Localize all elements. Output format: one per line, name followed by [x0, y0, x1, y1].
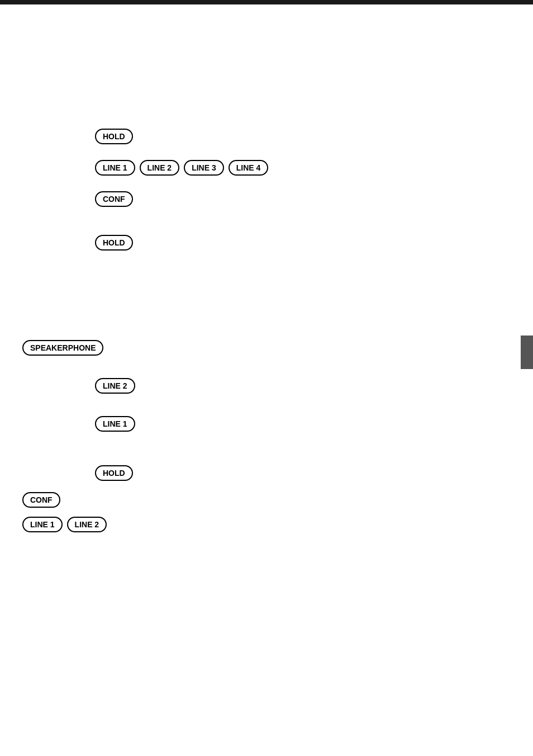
line2-button-2[interactable]: LINE 2 [95, 378, 135, 394]
line1-button-2[interactable]: LINE 1 [95, 416, 135, 432]
line4-button-1[interactable]: LINE 4 [229, 160, 269, 176]
conf-button-1[interactable]: CONF [95, 191, 133, 207]
line3-button-1[interactable]: LINE 3 [184, 160, 224, 176]
conf-button-2[interactable]: CONF [22, 492, 60, 508]
speakerphone-button[interactable]: SPEAKERPHONE [22, 340, 103, 356]
line-buttons-row: LINE 1 LINE 2 LINE 3 LINE 4 [22, 160, 511, 176]
speakerphone-row: SPEAKERPHONE [22, 340, 511, 356]
hold-row-2: HOLD [22, 235, 511, 251]
line2-row-2: LINE 2 [22, 378, 511, 394]
conf-row-2: CONF [22, 492, 511, 508]
line1-row-2: LINE 1 [22, 416, 511, 432]
conf-row-1: CONF [22, 191, 511, 207]
line12-row: LINE 1 LINE 2 [22, 517, 511, 532]
line1-button-1[interactable]: LINE 1 [95, 160, 135, 176]
line1-button-3[interactable]: LINE 1 [22, 517, 63, 532]
line2-button-3[interactable]: LINE 2 [67, 517, 107, 532]
line2-button-1[interactable]: LINE 2 [140, 160, 180, 176]
hold-button-2[interactable]: HOLD [95, 235, 133, 251]
hold-row-3: HOLD [22, 465, 511, 481]
hold-button-1[interactable]: HOLD [95, 129, 133, 144]
hold-button-3[interactable]: HOLD [95, 465, 133, 481]
hold-row-1: HOLD [22, 129, 511, 144]
